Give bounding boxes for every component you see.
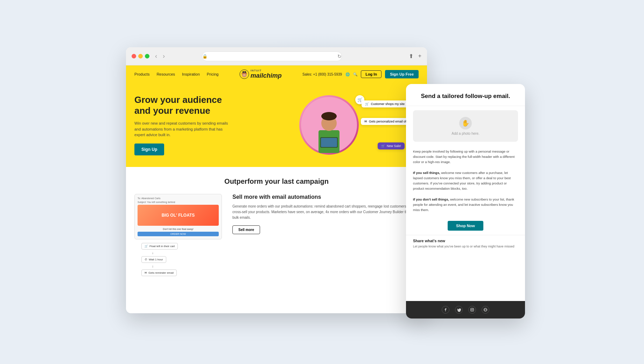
back-button[interactable]: ‹: [154, 52, 159, 61]
flow-step-1: 🛒 Float left in their cart: [141, 243, 178, 250]
campaign-section: Outperform your last campaign To: Abando…: [126, 167, 427, 287]
share-section-description: Let people know what you've been up to o…: [413, 244, 518, 249]
svg-point-11: [321, 112, 337, 120]
hero-signup-button[interactable]: Sign Up: [134, 144, 164, 155]
email-panel-title: Send a tailored follow-up email.: [413, 92, 518, 100]
svg-point-15: [471, 309, 473, 310]
cart-step-icon: 🛒: [145, 245, 148, 248]
instagram-icon[interactable]: [468, 306, 476, 314]
browser-window: ‹ › 🔒 ↻ ⬆ + Products Resources Inspirati…: [126, 47, 427, 313]
nav-products[interactable]: Products: [134, 72, 149, 76]
image-placeholder[interactable]: ✋ Add a photo here.: [413, 110, 518, 142]
campaign-text: Sell more with email automations Generat…: [232, 194, 419, 234]
hero-visual: 🛒: [239, 93, 419, 156]
email-image-text: BIG OL' FLOATS: [162, 213, 195, 218]
browser-dots: [132, 54, 149, 58]
floating-card-email: ✉ Gets personalized email offer: [361, 118, 413, 125]
placeholder-text: Add a photo here.: [451, 132, 479, 135]
nav-links: Products Resources Inspiration Pricing: [134, 72, 218, 76]
email-preview: To: Abandoned Carts Subject: You left so…: [134, 194, 222, 239]
hero-text: Grow your audience and your revenue Win …: [134, 94, 232, 155]
sale-icon: 🛒: [381, 144, 385, 148]
share-icon[interactable]: ⬆: [409, 53, 413, 59]
hero-title: Grow your audience and your revenue: [134, 94, 232, 116]
automation-title: Sell more with email automations: [232, 194, 419, 200]
mailchimp-logo-icon: [239, 69, 249, 79]
logo-name: mailchimp: [251, 72, 282, 79]
minimize-dot[interactable]: [138, 54, 143, 58]
dont-sell-label: If you don't sell things,: [413, 197, 449, 201]
campaign-section-title: Outperform your last campaign: [134, 177, 419, 186]
scene: ‹ › 🔒 ↻ ⬆ + Products Resources Inspirati…: [112, 30, 532, 334]
browser-chrome: ‹ › 🔒 ↻ ⬆ +: [126, 47, 427, 65]
maximize-dot[interactable]: [145, 54, 149, 58]
email-step-icon: ✉: [145, 271, 147, 274]
sell-more-button[interactable]: Sell more: [232, 225, 260, 234]
other-social-icon[interactable]: [482, 306, 489, 314]
email-panel-footer: [406, 301, 525, 318]
campaign-content: To: Abandoned Carts Subject: You left so…: [134, 194, 419, 276]
svg-point-3: [242, 71, 244, 73]
flow-arrow-1: ↓: [152, 251, 154, 255]
flow-step-3: ✉ Gets reminder email: [141, 270, 177, 276]
flow-arrow-2: ↓: [152, 264, 154, 268]
email-panel-image-section: ✋ Add a photo here.: [406, 106, 525, 145]
svg-point-4: [244, 71, 246, 73]
sale-text: New Sale!: [387, 144, 401, 148]
browser-content: Products Resources Inspiration Pricing: [126, 65, 427, 313]
shop-now-button[interactable]: Shop Now: [448, 221, 483, 231]
nav-pricing[interactable]: Pricing: [207, 72, 219, 76]
hero-description: Win over new and repeat customers by sen…: [134, 120, 232, 138]
browser-actions: ⬆ +: [409, 53, 421, 59]
forward-button[interactable]: ›: [161, 52, 166, 61]
customer-text: Customer shops my site: [371, 102, 405, 106]
email-image: BIG OL' FLOATS: [138, 205, 219, 226]
automation-description: Generate more orders with our prebuilt a…: [232, 204, 419, 220]
site-logo[interactable]: intuit mailchimp: [239, 69, 282, 79]
share-section-title: Share what's new: [413, 239, 518, 243]
globe-icon[interactable]: 🌐: [345, 72, 350, 76]
flow-steps: 🛒 Float left in their cart ↓ ⏱ Wait 1 ho…: [134, 243, 222, 276]
signup-free-button[interactable]: Sign Up Free: [385, 70, 419, 78]
svg-point-6: [245, 73, 247, 74]
browser-navigation: ‹ ›: [154, 52, 166, 61]
email-subject: Subject: You left something behind: [138, 201, 219, 203]
email-panel-header: Send a tailored follow-up email.: [406, 84, 525, 106]
clock-step-icon: ⏱: [145, 258, 147, 261]
floating-card-customer: 🛒 Customer shops my site: [362, 100, 408, 107]
twitter-icon[interactable]: [455, 306, 463, 314]
search-icon[interactable]: 🔍: [353, 72, 357, 76]
floating-card-sale: 🛒 New Sale!: [378, 142, 405, 149]
sell-things-label: If you sell things,: [413, 171, 440, 175]
logo-text-container: intuit mailchimp: [251, 69, 282, 79]
facebook-icon[interactable]: [442, 306, 449, 314]
login-button[interactable]: Log In: [361, 70, 382, 78]
close-dot[interactable]: [132, 54, 136, 58]
svg-rect-13: [321, 138, 337, 147]
new-tab-icon[interactable]: +: [418, 53, 421, 59]
logo-prefix: intuit: [251, 69, 282, 72]
shop-now-container: Shop Now: [406, 221, 525, 231]
sell-things-paragraph: If you sell things, welcome new customer…: [413, 170, 518, 191]
lock-icon: 🔒: [202, 54, 208, 59]
flow-step-2-text: Wait 1 hour: [149, 258, 163, 261]
hero-image-circle: [299, 95, 359, 155]
flow-step-1-text: Float left in their cart: [149, 245, 175, 248]
address-bar[interactable]: 🔒 ↻: [202, 51, 342, 61]
nav-right: Sales: +1 (800) 315-5939 🌐 🔍 Log In Sign…: [302, 70, 419, 78]
site-navigation: Products Resources Inspiration Pricing: [126, 65, 427, 83]
hero-person-svg: [301, 97, 357, 153]
email-text: Gets personalized email offer: [369, 120, 410, 123]
order-now-button[interactable]: ORDER NOW: [138, 232, 219, 236]
sales-phone: Sales: +1 (800) 315-5939: [302, 72, 342, 76]
automation-diagram: To: Abandoned Carts Subject: You left so…: [134, 194, 222, 276]
customer-icon: 🛒: [365, 102, 369, 106]
placeholder-hand-icon: ✋: [459, 117, 472, 130]
share-section: Share what's new Let people know what yo…: [406, 235, 525, 253]
nav-resources[interactable]: Resources: [156, 72, 175, 76]
nav-inspiration[interactable]: Inspiration: [182, 72, 200, 76]
body-intro-text: Keep people involved by following up wit…: [413, 149, 518, 165]
dont-sell-paragraph: If you don't sell things, welcome new su…: [413, 197, 518, 213]
reload-icon[interactable]: ↻: [337, 54, 342, 59]
email-to: To: Abandoned Carts: [138, 197, 219, 200]
